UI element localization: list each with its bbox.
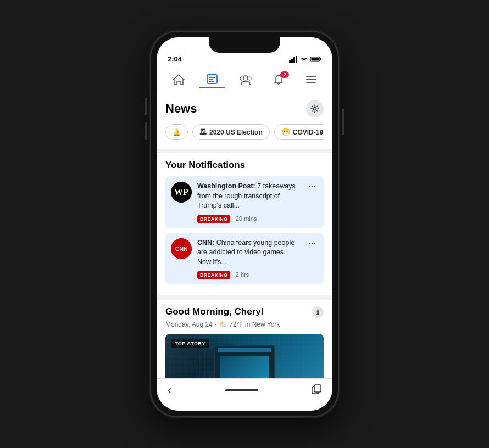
cnn-notification-text: CNN: China fears young people are addict… [197,238,301,267]
notifications-title: Your Notifications [165,160,324,171]
android-nav-bar: ‹ [157,378,332,411]
svg-rect-6 [312,58,319,60]
nav-item-menu[interactable] [298,72,324,87]
cnn-more-button[interactable]: ··· [307,238,318,248]
covid-label: COVID-19 [293,128,323,136]
laptop-illustration [214,345,275,378]
story-card[interactable]: TOP STORY The Washington Post [165,334,324,378]
svg-rect-23 [314,385,321,392]
wp-source-name: Washington Post: [197,182,255,190]
weather-icon: ⛅ [219,321,227,328]
back-button[interactable]: ‹ [168,383,171,397]
home-icon [172,74,185,86]
cnn-source-name: CNN: [197,239,214,247]
cnn-notification-meta: BREAKING 2 hrs [197,269,301,279]
status-time: 2:04 [168,55,182,63]
svg-rect-3 [296,56,297,63]
svg-rect-14 [306,76,316,77]
cnn-logo: CNN [171,238,192,259]
wp-notification-text: Washington Post: 7 takeaways from the ro… [197,182,301,211]
wp-notification-time: 20 mins [236,215,257,222]
morning-header: Good Morning, Cheryl ℹ [165,306,324,318]
content-area: News 🔔 🗳 2020 US Electi [157,93,332,378]
svg-rect-9 [209,79,213,80]
morning-title: Good Morning, Cheryl [165,306,264,317]
battery-icon [310,56,321,63]
cnn-breaking-badge: BREAKING [197,271,230,279]
notifications-card: Your Notifications WP Washington Post: 7… [157,153,332,295]
news-icon [205,73,219,85]
nav-item-home[interactable] [165,71,192,88]
groups-icon [238,74,253,86]
info-button[interactable]: ℹ [312,306,324,318]
nav-item-groups[interactable] [232,71,259,88]
cnn-notification-time: 2 hrs [236,271,249,278]
pill-covid[interactable]: 😷 COVID-19 [274,124,324,140]
gear-icon [310,104,319,113]
phone-frame: 2:04 [151,32,338,416]
story-image: TOP STORY [165,334,324,378]
status-icons [289,56,321,63]
news-header: News [165,100,324,117]
svg-rect-5 [320,58,321,60]
svg-rect-15 [306,79,316,80]
bell-pill-icon: 🔔 [173,128,181,136]
svg-rect-8 [209,77,215,78]
good-morning-card: Good Morning, Cheryl ℹ Monday, Aug 24 · … [157,300,332,378]
covid-icon: 😷 [281,128,290,136]
svg-rect-0 [289,60,291,63]
phone-screen: 2:04 [157,37,332,411]
signal-icon [289,56,298,63]
settings-button[interactable] [306,100,324,117]
topic-pills: 🔔 🗳 2020 US Election 😷 COVID-19 [165,124,324,142]
cnn-notification-content: CNN: China fears young people are addict… [197,238,301,279]
morning-subtitle: Monday, Aug 24 · ⛅ 72°F in New York [165,321,324,328]
vol-up-button[interactable] [145,98,147,115]
notification-item-cnn[interactable]: CNN CNN: China fears young people are ad… [165,233,324,285]
phone-notch [209,37,280,53]
wp-more-button[interactable]: ··· [307,182,318,192]
svg-text:CNN: CNN [175,245,188,252]
weather-separator: · [215,321,216,328]
menu-icon [305,74,317,85]
election-icon: 🗳 [199,128,207,136]
wp-notification-meta: BREAKING 20 mins [197,213,301,223]
wp-notification-content: Washington Post: 7 takeaways from the ro… [197,182,301,223]
morning-date: Monday, Aug 24 [165,321,213,328]
notification-badge: 2 [280,71,289,78]
notification-item-wp[interactable]: WP Washington Post: 7 takeaways from the… [165,176,324,228]
news-header-card: News 🔔 🗳 2020 US Electi [157,93,332,149]
nav-bar: 2 [157,66,332,93]
svg-point-13 [248,77,251,80]
pill-election[interactable]: 🗳 2020 US Election [192,124,270,140]
svg-point-12 [240,77,243,80]
news-title: News [165,102,197,116]
temperature: 72°F in New York [229,321,280,328]
svg-rect-2 [293,57,295,63]
power-button[interactable] [342,109,344,135]
svg-point-11 [243,76,248,80]
nav-item-notifications[interactable]: 2 [266,71,291,88]
vol-down-button[interactable] [145,122,147,140]
svg-point-17 [314,108,316,110]
nav-item-news[interactable] [199,71,225,88]
recents-button[interactable] [312,384,321,397]
svg-text:WP: WP [174,187,188,197]
svg-rect-1 [291,59,293,63]
wifi-icon [300,56,308,63]
election-label: 2020 US Election [209,128,263,136]
wp-logo-svg: WP [171,182,192,203]
top-story-badge: TOP STORY [171,339,209,348]
svg-rect-10 [209,81,214,82]
cnn-logo-svg: CNN [171,238,192,259]
home-indicator[interactable] [225,389,258,391]
wp-logo: WP [171,182,192,203]
recents-icon [312,384,321,394]
pill-bell[interactable]: 🔔 [165,124,188,140]
svg-rect-16 [306,82,316,83]
wp-breaking-badge: BREAKING [197,215,230,223]
